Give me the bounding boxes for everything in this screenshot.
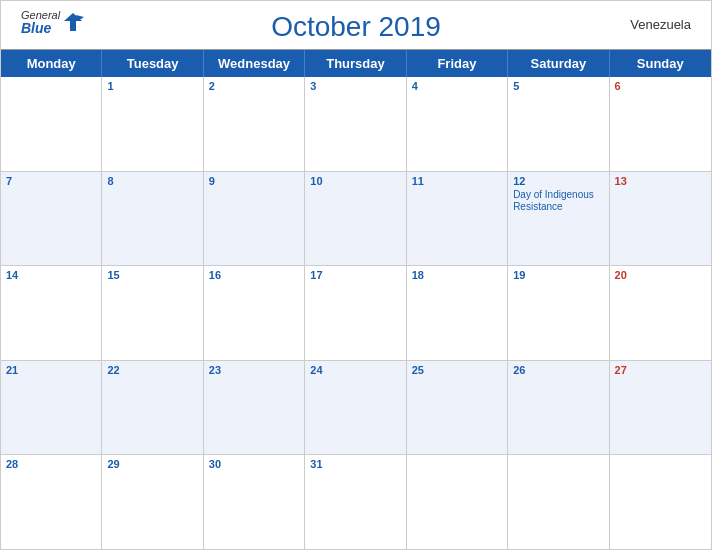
day-cell-5-4: 31 bbox=[305, 455, 406, 549]
day-cell-5-5 bbox=[407, 455, 508, 549]
day-cell-5-1: 28 bbox=[1, 455, 102, 549]
day-cell-1-6: 5 bbox=[508, 77, 609, 171]
day-cell-3-3: 16 bbox=[204, 266, 305, 360]
day-number: 30 bbox=[209, 458, 299, 470]
day-number: 17 bbox=[310, 269, 400, 281]
day-cell-4-5: 25 bbox=[407, 361, 508, 455]
day-cell-2-5: 11 bbox=[407, 172, 508, 266]
day-number: 3 bbox=[310, 80, 400, 92]
day-cell-4-6: 26 bbox=[508, 361, 609, 455]
header-wednesday: Wednesday bbox=[204, 50, 305, 77]
day-cell-4-1: 21 bbox=[1, 361, 102, 455]
week-row-5: 28293031 bbox=[1, 455, 711, 549]
day-cell-3-6: 19 bbox=[508, 266, 609, 360]
calendar-weeks: 123456789101112Day of Indigenous Resista… bbox=[1, 77, 711, 549]
day-cell-1-2: 1 bbox=[102, 77, 203, 171]
header-sunday: Sunday bbox=[610, 50, 711, 77]
day-cell-4-4: 24 bbox=[305, 361, 406, 455]
day-number: 23 bbox=[209, 364, 299, 376]
day-cell-3-5: 18 bbox=[407, 266, 508, 360]
day-headers-row: Monday Tuesday Wednesday Thursday Friday… bbox=[1, 50, 711, 77]
day-number: 27 bbox=[615, 364, 706, 376]
header-tuesday: Tuesday bbox=[102, 50, 203, 77]
header-friday: Friday bbox=[407, 50, 508, 77]
day-cell-5-3: 30 bbox=[204, 455, 305, 549]
day-number: 28 bbox=[6, 458, 96, 470]
day-cell-5-7 bbox=[610, 455, 711, 549]
day-number: 9 bbox=[209, 175, 299, 187]
day-cell-2-3: 9 bbox=[204, 172, 305, 266]
day-number: 1 bbox=[107, 80, 197, 92]
day-number: 18 bbox=[412, 269, 502, 281]
day-number: 31 bbox=[310, 458, 400, 470]
day-number: 11 bbox=[412, 175, 502, 187]
calendar-grid: Monday Tuesday Wednesday Thursday Friday… bbox=[1, 49, 711, 549]
country-label: Venezuela bbox=[630, 17, 691, 32]
calendar-header: General Blue October 2019 Venezuela bbox=[1, 1, 711, 49]
day-number: 25 bbox=[412, 364, 502, 376]
day-number: 19 bbox=[513, 269, 603, 281]
day-number: 8 bbox=[107, 175, 197, 187]
header-saturday: Saturday bbox=[508, 50, 609, 77]
day-cell-1-7: 6 bbox=[610, 77, 711, 171]
day-number: 12 bbox=[513, 175, 603, 187]
month-title: October 2019 bbox=[271, 11, 441, 43]
header-thursday: Thursday bbox=[305, 50, 406, 77]
day-cell-3-2: 15 bbox=[102, 266, 203, 360]
day-number: 14 bbox=[6, 269, 96, 281]
day-cell-2-6: 12Day of Indigenous Resistance bbox=[508, 172, 609, 266]
day-cell-1-1 bbox=[1, 77, 102, 171]
day-cell-5-6 bbox=[508, 455, 609, 549]
week-row-2: 789101112Day of Indigenous Resistance13 bbox=[1, 172, 711, 267]
header-monday: Monday bbox=[1, 50, 102, 77]
day-number: 24 bbox=[310, 364, 400, 376]
day-cell-5-2: 29 bbox=[102, 455, 203, 549]
day-cell-3-4: 17 bbox=[305, 266, 406, 360]
day-number: 26 bbox=[513, 364, 603, 376]
day-cell-2-7: 13 bbox=[610, 172, 711, 266]
week-row-1: 123456 bbox=[1, 77, 711, 172]
day-cell-3-7: 20 bbox=[610, 266, 711, 360]
week-row-4: 21222324252627 bbox=[1, 361, 711, 456]
day-cell-2-4: 10 bbox=[305, 172, 406, 266]
day-cell-1-4: 3 bbox=[305, 77, 406, 171]
day-number: 20 bbox=[615, 269, 706, 281]
day-number: 6 bbox=[615, 80, 706, 92]
logo-blue: Blue bbox=[21, 21, 60, 35]
day-number: 5 bbox=[513, 80, 603, 92]
day-number: 21 bbox=[6, 364, 96, 376]
logo-bird-icon bbox=[62, 11, 84, 33]
day-cell-4-3: 23 bbox=[204, 361, 305, 455]
day-cell-1-3: 2 bbox=[204, 77, 305, 171]
day-cell-4-2: 22 bbox=[102, 361, 203, 455]
holiday-label: Day of Indigenous Resistance bbox=[513, 189, 603, 213]
day-number: 4 bbox=[412, 80, 502, 92]
day-number: 15 bbox=[107, 269, 197, 281]
day-cell-3-1: 14 bbox=[1, 266, 102, 360]
calendar-container: General Blue October 2019 Venezuela Mond… bbox=[0, 0, 712, 550]
logo: General Blue bbox=[21, 9, 84, 35]
day-number: 2 bbox=[209, 80, 299, 92]
day-number: 16 bbox=[209, 269, 299, 281]
day-cell-4-7: 27 bbox=[610, 361, 711, 455]
day-number: 7 bbox=[6, 175, 96, 187]
day-cell-2-2: 8 bbox=[102, 172, 203, 266]
day-number: 29 bbox=[107, 458, 197, 470]
day-number: 10 bbox=[310, 175, 400, 187]
day-number: 13 bbox=[615, 175, 706, 187]
day-cell-2-1: 7 bbox=[1, 172, 102, 266]
svg-marker-0 bbox=[64, 13, 82, 31]
day-cell-1-5: 4 bbox=[407, 77, 508, 171]
day-number: 22 bbox=[107, 364, 197, 376]
week-row-3: 14151617181920 bbox=[1, 266, 711, 361]
